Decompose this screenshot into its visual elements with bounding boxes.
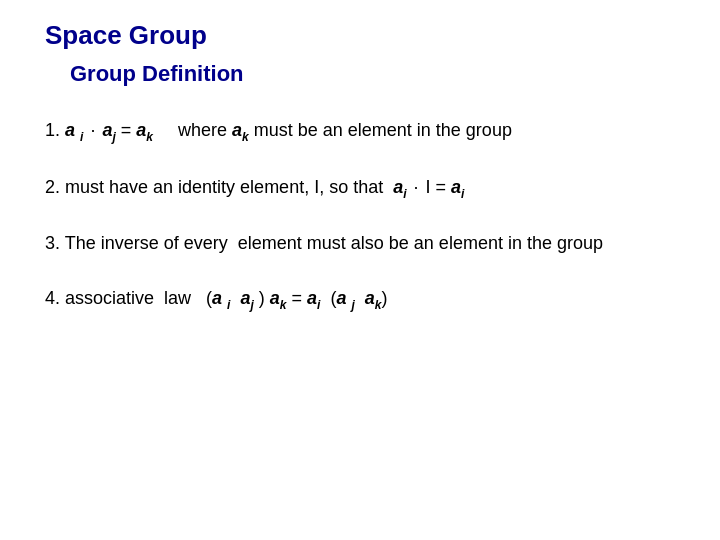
rule2-dot: ·	[414, 177, 419, 197]
rule4-ak: ak	[270, 288, 287, 308]
page-title: Space Group	[45, 20, 680, 51]
page-subtitle: Group Definition	[70, 61, 680, 87]
rule1-ak2: ak	[232, 120, 249, 140]
rule1-ak: ak	[136, 120, 153, 140]
rule1-aj: aj	[102, 120, 115, 140]
rule4-ai: a i	[212, 288, 230, 308]
rule4-aj2: a j	[336, 288, 354, 308]
rule4-ai2: ai	[307, 288, 320, 308]
rule-1: 1. a i · aj = ak where ak must be an ele…	[45, 117, 680, 146]
page-container: Space Group Group Definition 1. a i · aj…	[0, 0, 720, 540]
rule2-ai: ai	[393, 177, 406, 197]
rule-2: 2. must have an identity element, I, so …	[45, 174, 680, 203]
rule1-dot: ·	[90, 120, 95, 140]
rule-3: 3. The inverse of every element must als…	[45, 230, 680, 257]
rule4-aj: aj	[240, 288, 253, 308]
rule4-ak2: ak	[365, 288, 382, 308]
rule-list: 1. a i · aj = ak where ak must be an ele…	[45, 117, 680, 314]
rule1-math: a i	[65, 120, 83, 140]
rule2-ai2: ai	[451, 177, 464, 197]
rule-4: 4. associative law (a i aj ) ak = ai (a …	[45, 285, 680, 314]
